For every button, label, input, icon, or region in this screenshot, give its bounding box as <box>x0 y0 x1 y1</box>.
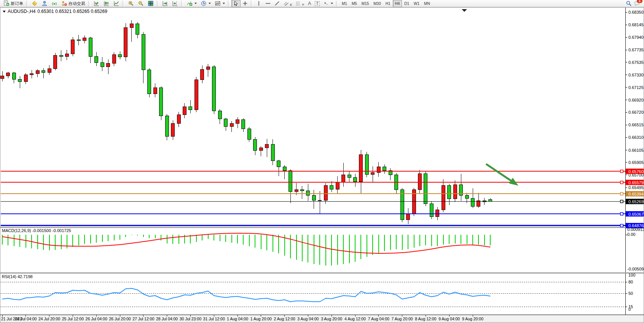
vertical-line-tool-button[interactable] <box>254 0 263 7</box>
price-tick-label: 0.67535 <box>628 60 644 65</box>
bar-chart-icon <box>94 0 100 6</box>
candle <box>265 139 269 157</box>
candle <box>471 188 475 208</box>
horizontal-line-tool-button[interactable] <box>263 0 273 7</box>
equidistant-channel-tool-button[interactable]: E <box>282 0 294 7</box>
toolbar-separator <box>123 1 125 6</box>
price-tick-label: 0.66105 <box>628 148 644 153</box>
tf-button-m1[interactable]: M1 <box>340 0 349 7</box>
periods-dropdown-caret[interactable] <box>209 3 211 4</box>
time-tick-label: 27 Jul 12:00 <box>132 317 154 321</box>
text-tool-button[interactable]: A <box>306 0 313 7</box>
hline-handle <box>620 193 623 195</box>
chart-shift-marker[interactable] <box>462 9 467 12</box>
new-order-button[interactable]: 新订单 <box>2 0 25 7</box>
candle <box>412 188 416 216</box>
templates-dropdown-caret[interactable] <box>223 3 225 4</box>
time-tick-label: 3 Aug 20:00 <box>321 317 342 321</box>
arrows-tool-button[interactable] <box>322 0 335 7</box>
metaeditor-button[interactable] <box>30 0 40 7</box>
macd-indicator-label: MACD(12,26,9) -0.001500 -0.001725 <box>2 228 71 233</box>
tf-button-h1[interactable]: H1 <box>383 0 393 7</box>
candlestick-chart-icon <box>104 0 110 6</box>
vertical-line-icon <box>256 1 261 6</box>
time-tick-label: 1 Aug 20:00 <box>250 317 272 321</box>
candle <box>300 186 304 199</box>
chat-icon[interactable]: 1 <box>634 0 640 6</box>
cursor-icon <box>233 1 239 6</box>
tf-button-m5[interactable]: M5 <box>349 0 359 7</box>
candle <box>289 169 292 203</box>
indicators-icon <box>187 0 193 6</box>
auto-scroll-icon <box>162 0 168 6</box>
candle <box>142 32 145 84</box>
candle <box>112 52 116 66</box>
trendline-tool-button[interactable] <box>273 0 282 7</box>
signals-button[interactable] <box>49 0 59 7</box>
tf-button-mn[interactable]: MN <box>422 0 432 7</box>
tf-button-m30[interactable]: M30 <box>371 0 383 7</box>
crosshair-tool-button[interactable] <box>241 0 250 7</box>
chart-canvas[interactable]: 0.683500.681450.679400.677350.675350.673… <box>0 0 644 323</box>
symbol-dropdown-icon[interactable] <box>3 11 6 13</box>
tf-button-h4[interactable]: H4 <box>393 0 402 7</box>
macd-axis-label: 0.00 <box>627 232 635 237</box>
line-chart-button[interactable] <box>112 0 121 7</box>
candle <box>395 173 398 193</box>
candle <box>348 171 351 182</box>
candle <box>18 76 22 88</box>
tf-button-m15[interactable]: M15 <box>359 0 371 7</box>
candlestick-chart-button[interactable] <box>102 0 112 7</box>
bar-chart-button[interactable] <box>92 0 102 7</box>
toolbar-separator <box>336 1 338 6</box>
candle <box>165 114 169 140</box>
candle <box>236 117 239 128</box>
time-tick-label: 9 Aug 20:00 <box>462 317 483 321</box>
candle <box>77 35 80 45</box>
zoom-out-button[interactable] <box>136 0 146 7</box>
zoom-in-button[interactable] <box>126 0 136 7</box>
hline-handle <box>620 200 623 203</box>
arrows-dropdown-caret[interactable] <box>331 3 333 4</box>
time-tick-label: 3 Aug 04:00 <box>297 317 319 321</box>
terminal-icon <box>41 0 48 6</box>
chat-badge: 1 <box>637 0 642 3</box>
chart-shift-button[interactable] <box>170 0 180 7</box>
horizontal-line-icon <box>265 1 271 6</box>
new-order-icon <box>3 0 10 6</box>
search-icon[interactable] <box>626 0 632 6</box>
toolbar-separator <box>228 1 230 6</box>
terminal-button[interactable] <box>40 0 49 7</box>
time-tick-label: 28 Jul 04:00 <box>156 317 178 321</box>
autotrading-button[interactable]: 自动交易 <box>59 0 87 7</box>
toolbar-separator <box>181 1 183 6</box>
chart-title: AUDUSD-,H4 0.65301 0.65321 0.65265 0.652… <box>3 9 107 14</box>
fibo-glyph: F <box>302 3 304 6</box>
text-label-tool-button[interactable]: T <box>313 0 322 7</box>
tile-windows-button[interactable] <box>146 0 156 7</box>
equidistant-channel-icon <box>284 1 289 6</box>
price-tick-label: 0.65905 <box>628 160 644 165</box>
time-tick-label: 4 Aug 12:00 <box>344 317 366 321</box>
periods-button[interactable] <box>199 0 213 7</box>
signals-icon <box>51 0 57 6</box>
templates-button[interactable] <box>213 0 227 7</box>
indicators-button[interactable] <box>185 0 199 7</box>
time-tick-label: 24 Jul 04:00 <box>15 317 37 321</box>
fibonacci-tool-button[interactable]: F <box>294 0 306 7</box>
auto-scroll-button[interactable] <box>160 0 170 7</box>
candle <box>400 188 404 222</box>
time-tick-label: 8 Aug 12:00 <box>415 317 436 321</box>
cursor-tool-button[interactable] <box>231 0 241 7</box>
tf-button-d1[interactable]: D1 <box>402 0 411 7</box>
indicators-dropdown-caret[interactable] <box>194 3 197 4</box>
candle <box>430 201 433 219</box>
price-tick-label: 0.66310 <box>628 135 644 140</box>
candle <box>206 64 210 77</box>
rsi-line <box>2 288 490 302</box>
candle <box>442 179 445 212</box>
tf-button-w1[interactable]: W1 <box>411 0 422 7</box>
candle <box>95 52 98 66</box>
price-tick-label: 0.65495 <box>628 185 644 190</box>
candle <box>212 65 216 114</box>
